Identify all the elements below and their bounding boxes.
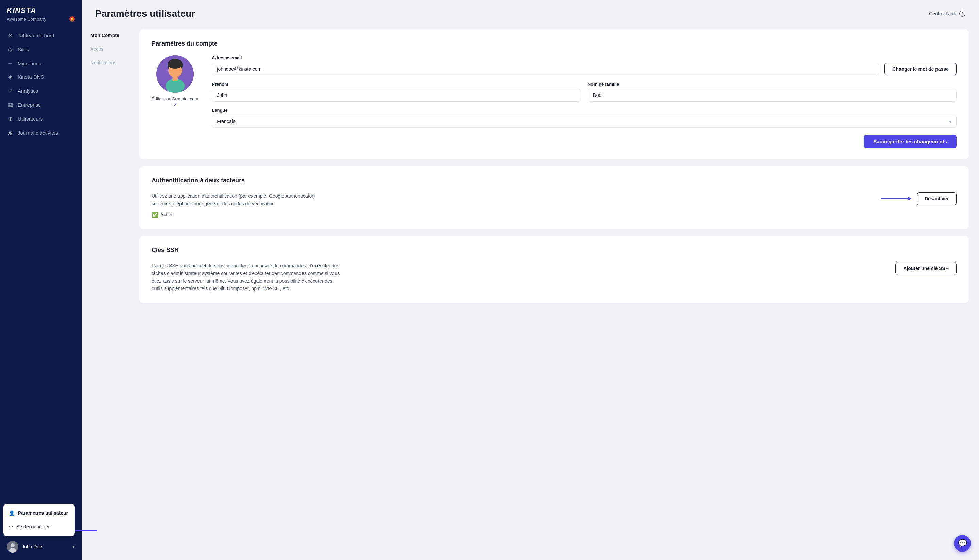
users-icon: ⊕ <box>7 115 13 122</box>
status-active-icon: ✅ <box>152 212 158 218</box>
logout-icon: ↩ <box>9 524 13 529</box>
content-area: Mon Compte Accès Notifications Paramètre… <box>82 22 979 560</box>
panels: Paramètres du compte <box>136 22 979 553</box>
help-link[interactable]: Centre d'aide ? <box>929 10 966 17</box>
language-label: Langue <box>212 108 957 113</box>
twofa-status: ✅ Activé <box>152 212 881 218</box>
company-name: Awesome Company 🔔 <box>7 16 75 22</box>
sidebar-item-label: Sites <box>18 47 29 52</box>
profile-avatar-image <box>156 55 194 93</box>
twofa-status-label: Activé <box>160 212 173 217</box>
change-password-button[interactable]: Changer le mot de passe <box>884 63 957 75</box>
language-select[interactable]: Français <box>212 115 957 128</box>
enterprise-icon: ▦ <box>7 102 13 108</box>
save-button[interactable]: Sauvegarder les changements <box>864 135 957 148</box>
sidebar-item-label: Kinsta DNS <box>18 74 44 80</box>
name-row: Prénom Nom de famille <box>212 82 957 108</box>
user-popup-menu: 👤 Paramètres utilisateur ↩ Se déconnecte… <box>3 503 75 536</box>
last-name-label: Nom de famille <box>588 82 957 87</box>
user-name: John Doe <box>22 544 42 550</box>
svg-rect-8 <box>172 77 178 81</box>
chat-button[interactable]: 💬 <box>954 535 971 552</box>
gravatar-link[interactable]: Éditer sur Gravatar.com ↗ <box>152 96 198 107</box>
account-content-row: Éditer sur Gravatar.com ↗ Adresse email … <box>152 55 957 148</box>
ssh-keys-panel: Clés SSH L'accès SSH vous permet de vous… <box>139 236 969 303</box>
last-name-field[interactable] <box>588 89 957 102</box>
popup-item-label: Paramètres utilisateur <box>18 510 68 516</box>
arrow-line-blue <box>881 198 908 200</box>
sidebar-item-sites[interactable]: ◇ Sites <box>0 42 82 57</box>
ssh-title: Clés SSH <box>152 247 957 254</box>
sidebar-item-utilisateurs[interactable]: ⊕ Utilisateurs <box>0 112 82 126</box>
first-name-label: Prénom <box>212 82 580 87</box>
first-name-group: Prénom <box>212 82 580 102</box>
sidebar-item-journal[interactable]: ◉ Journal d'activités <box>0 126 82 140</box>
tab-mon-compte[interactable]: Mon Compte <box>85 29 133 42</box>
svg-point-6 <box>168 59 183 68</box>
sidebar-item-analytics[interactable]: ↗ Analytics <box>0 84 82 98</box>
avatar <box>7 541 18 553</box>
sidebar-item-label: Migrations <box>18 60 41 66</box>
sidebar-item-label: Journal d'activités <box>18 130 58 136</box>
arrow-head-blue <box>908 197 911 201</box>
sidebar-item-entreprise[interactable]: ▦ Entreprise <box>0 98 82 112</box>
dns-icon: ◈ <box>7 74 13 80</box>
sites-icon: ◇ <box>7 46 13 53</box>
email-label: Adresse email <box>212 55 879 60</box>
chevron-down-icon: ▾ <box>72 544 75 550</box>
svg-point-1 <box>10 543 15 547</box>
add-ssh-button[interactable]: Ajouter une clé SSH <box>896 262 957 275</box>
account-form: Adresse email Changer le mot de passe Pr… <box>212 55 957 148</box>
avatar-section: Éditer sur Gravatar.com ↗ <box>152 55 198 107</box>
sidebar-item-label: Tableau de bord <box>18 33 54 38</box>
journal-icon: ◉ <box>7 130 13 136</box>
chat-icon: 💬 <box>958 539 967 548</box>
topbar: Paramètres utilisateur Centre d'aide ? <box>82 0 979 22</box>
help-label: Centre d'aide <box>929 11 957 16</box>
side-tabs: Mon Compte Accès Notifications <box>82 22 136 553</box>
home-icon: ⊙ <box>7 32 13 39</box>
language-group: Langue Français ▾ <box>212 108 957 128</box>
sidebar-item-label: Analytics <box>18 88 38 94</box>
sidebar-nav: ⊙ Tableau de bord ◇ Sites → Migrations ◈… <box>0 25 82 533</box>
sidebar-item-label: Entreprise <box>18 102 41 108</box>
email-field[interactable] <box>212 63 879 75</box>
sidebar: KINSTA Awesome Company 🔔 ⊙ Tableau de bo… <box>0 0 82 560</box>
question-icon: ? <box>959 10 966 17</box>
popup-item-label: Se déconnecter <box>16 524 50 529</box>
sidebar-item-label: Utilisateurs <box>18 116 43 122</box>
two-factor-panel: Authentification à deux facteurs Utilise… <box>139 166 969 229</box>
twofa-content: Utilisez une application d'authentificat… <box>152 192 957 218</box>
popup-item-deconnecter[interactable]: ↩ Se déconnecter <box>3 520 75 533</box>
user-profile-button[interactable]: John Doe ▾ <box>0 537 82 557</box>
popup-item-parametres[interactable]: 👤 Paramètres utilisateur <box>3 506 75 520</box>
sidebar-header: KINSTA Awesome Company 🔔 <box>0 0 82 25</box>
avatar-image <box>7 541 18 553</box>
tab-acces[interactable]: Accès <box>85 43 133 55</box>
sidebar-item-migrations[interactable]: → Migrations <box>0 57 82 70</box>
email-field-group: Adresse email <box>212 55 879 75</box>
notification-bell-icon[interactable]: 🔔 <box>69 16 75 22</box>
last-name-group: Nom de famille <box>588 82 957 102</box>
logo: KINSTA <box>7 6 75 15</box>
two-factor-title: Authentification à deux facteurs <box>152 177 957 184</box>
ssh-content: L'accès SSH vous permet de vous connecte… <box>152 262 957 293</box>
user-settings-icon: 👤 <box>9 510 15 516</box>
migrations-icon: → <box>7 60 13 66</box>
twofa-right: Désactiver <box>881 192 957 205</box>
email-row: Adresse email Changer le mot de passe <box>212 55 957 75</box>
external-link-icon: ↗ <box>173 102 177 107</box>
account-settings-title: Paramètres du compte <box>152 40 957 47</box>
main-content: Paramètres utilisateur Centre d'aide ? M… <box>82 0 979 560</box>
deactivate-button[interactable]: Désactiver <box>917 192 957 205</box>
first-name-field[interactable] <box>212 89 580 102</box>
twofa-description: Utilisez une application d'authentificat… <box>152 192 322 208</box>
language-select-wrapper: Français ▾ <box>212 115 957 128</box>
tab-notifications[interactable]: Notifications <box>85 57 133 68</box>
sidebar-item-tableau-de-bord[interactable]: ⊙ Tableau de bord <box>0 28 82 42</box>
analytics-icon: ↗ <box>7 88 13 94</box>
sidebar-item-kinsta-dns[interactable]: ◈ Kinsta DNS <box>0 70 82 84</box>
twofa-arrow-indicator <box>881 197 911 201</box>
sidebar-footer: John Doe ▾ <box>0 533 82 560</box>
ssh-description: L'accès SSH vous permet de vous connecte… <box>152 262 342 293</box>
